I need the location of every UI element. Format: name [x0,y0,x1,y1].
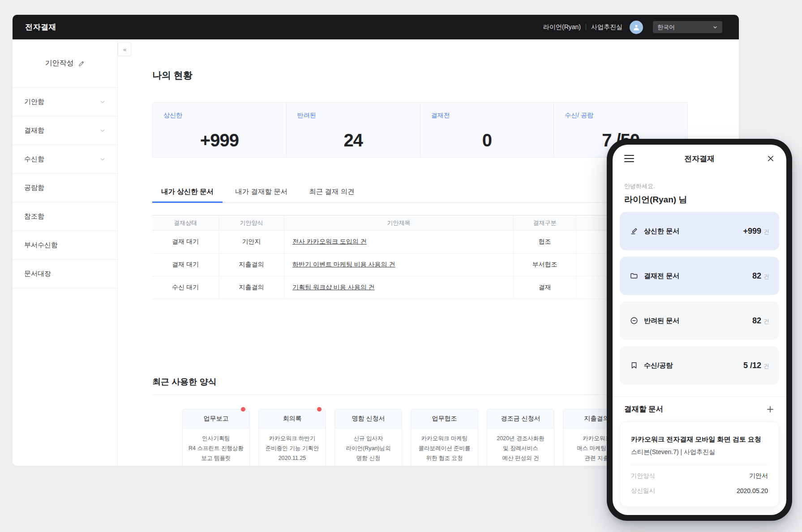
plus-icon[interactable] [766,405,775,414]
chevron-down-icon [99,156,106,163]
field-label: 상신일시 [631,487,655,495]
form-line: 명함 신청 [335,453,402,463]
mobile-stat-label: 반려된 문서 [644,317,679,325]
mobile-stat-label: 상신한 문서 [644,227,679,236]
tab-recent-opinions[interactable]: 최근 결재 의견 [300,182,364,203]
sidebar-item-label: 참조함 [24,212,44,221]
mobile-doc-author: 스티븐(Steven.7) | 사업추진실 [631,448,768,456]
form-card-description: 카카오워크 하반기 준비중인 기능 기획안 2020.11.25 [259,429,326,463]
mobile-app-title: 전자결재 [613,154,786,164]
mobile-document-card[interactable]: 카카오워크 전자결재 모바일 화면 검토 요청 스티븐(Steven.7) | … [620,421,779,507]
cell-type: 협조 [513,231,576,253]
minus-circle-icon [630,316,639,325]
bookmark-icon [630,361,639,370]
field-label: 기안양식 [631,472,655,480]
form-card-meeting-minutes[interactable]: 회의록 카카오워크 하반기 준비중인 기능 기획안 2020.11.25 [258,409,326,466]
close-icon[interactable] [767,154,775,163]
stat-label: 결재전 [431,112,543,120]
compose-draft-button[interactable]: 기안작성 [13,39,117,88]
form-card-work-cooperation[interactable]: 업무협조 카카오워크 마케팅 콜라보레이션 준비를 위한 협조 요청 [411,409,478,466]
mobile-screen: 전자결재 안녕하세요. 라이언(Ryan) 님 상신한 문서 +999 건 [613,145,786,515]
mobile-stat-pending[interactable]: 결재전 문서 82 건 [620,257,779,295]
field-value: 기안서 [749,472,768,480]
sidebar-item-approvalbox[interactable]: 결재함 [13,116,117,145]
mobile-doc-field: 상신일시 2020.05.20 [631,487,768,495]
collapse-icon: « [123,46,126,53]
document-link[interactable]: 전사 카카오워크 도입의 건 [292,238,367,246]
form-card-title: 명함 신청서 [335,409,402,429]
form-line: 준비중인 기능 기획안 [259,443,326,453]
mobile-stat-received[interactable]: 수신/공람 5 /12 건 [620,346,779,385]
mobile-preview: 전자결재 안녕하세요. 라이언(Ryan) 님 상신한 문서 +999 건 [607,139,792,521]
pencil-icon [78,60,85,67]
stat-label: 수신/ 공람 [565,112,677,120]
tab-docs-to-approve[interactable]: 내가 결재할 문서 [226,182,296,203]
form-card-business-card[interactable]: 명함 신청서 신규 입사자 라이언(Ryan)님의 명함 신청 [335,409,402,466]
form-card-condolence-money[interactable]: 경조금 신청서 2020년 경조사화환 및 장례서비스 예산 편성의 건 [487,409,554,466]
mobile-stat-rejected[interactable]: 반려된 문서 82 건 [620,301,779,340]
sidebar-item-reference[interactable]: 참조함 [13,202,117,231]
chevron-down-icon [712,25,718,30]
user-avatar[interactable] [630,21,643,34]
stat-value: 24 [287,130,420,150]
form-line: 신규 입사자 [335,433,402,443]
stat-label: 반려된 [297,112,409,120]
sidebar-item-doc-ledger[interactable]: 문서대장 [13,260,117,288]
chevron-down-icon [99,99,106,105]
mobile-approve-section-header: 결재할 문서 [624,404,775,414]
sidebar-item-inbox[interactable]: 수신함 [13,145,117,174]
sidebar-item-draftbox[interactable]: 기안함 [13,88,117,116]
stat-card-pending[interactable]: 결재전 0 [420,103,554,157]
stat-label: 상신한 [163,112,275,120]
recent-forms-list: 업무보고 인사기획팀 R4 스프린트 진행상황 보고 템플릿 회의록 카카오워크… [182,409,639,466]
mobile-stat-unit: 건 [763,317,769,326]
sidebar-item-dept-inbox[interactable]: 부서수신함 [13,231,117,260]
cell-status: 결재 대기 [152,253,219,276]
cell-type: 부서협조 [513,253,576,276]
stat-value: 0 [420,130,554,150]
sidebar: 기안작성 기안함 결재함 수신함 공람함 참조함 [13,39,118,466]
document-link[interactable]: 하반기 이벤트 마케팅 비용 사용의 건 [292,261,395,269]
stat-card-submitted[interactable]: 상신한 +999 [153,103,286,157]
app-logo: 전자결재 [25,22,56,32]
edit-icon [630,227,639,236]
folder-icon [630,271,639,280]
form-card-title: 업무보고 [183,409,249,429]
user-divider [586,24,586,30]
mobile-section-title: 결재할 문서 [624,404,663,414]
sidebar-item-label: 기안함 [24,98,44,106]
mobile-doc-title: 카카오워크 전자결재 모바일 화면 검토 요청 [631,434,768,444]
cell-status: 결재 대기 [152,231,219,253]
cell-form: 지출결의 [219,276,284,299]
form-line: 예산 편성의 건 [487,453,554,463]
sidebar-item-label: 부서수신함 [24,241,58,249]
form-line: R4 스프린트 진행상황 [183,443,249,453]
mobile-stat-value: 82 [752,271,761,281]
col-header-title: 기안제목 [284,215,513,230]
mobile-stat-unit: 건 [763,362,769,370]
hamburger-menu-icon[interactable] [624,155,634,162]
language-select[interactable]: 한국어 [653,21,722,33]
sidebar-item-label: 문서대장 [24,270,51,278]
document-link[interactable]: 기획팀 워크샵 비용 사용의 건 [292,283,375,292]
stat-card-rejected[interactable]: 반려된 24 [286,103,420,157]
mobile-stat-value: +999 [743,227,761,236]
chevron-down-icon [99,128,106,134]
person-icon [632,23,640,31]
form-line: 위한 협조 요청 [411,453,478,463]
form-card-work-report[interactable]: 업무보고 인사기획팀 R4 스프린트 진행상황 보고 템플릿 [182,409,250,466]
col-header-type: 결재구분 [513,215,576,230]
mobile-greeting: 안녕하세요. [624,182,655,190]
mobile-stat-submitted[interactable]: 상신한 문서 +999 건 [620,212,779,250]
tab-my-submitted-docs[interactable]: 내가 상신한 문서 [152,182,223,203]
mobile-stat-value: 82 [752,316,761,326]
sidebar-item-circulation[interactable]: 공람함 [13,174,117,202]
user-department: 사업추진실 [591,23,622,31]
form-line: 보고 템플릿 [183,453,249,463]
user-info: 라이언(Ryan) 사업추진실 [543,23,622,31]
form-card-title: 경조금 신청서 [487,409,554,429]
sidebar-collapse-button[interactable]: « [118,43,131,56]
mobile-stat-label: 수신/공람 [644,361,673,370]
sidebar-item-label: 결재함 [24,126,44,135]
col-header-form: 기안양식 [219,215,284,230]
